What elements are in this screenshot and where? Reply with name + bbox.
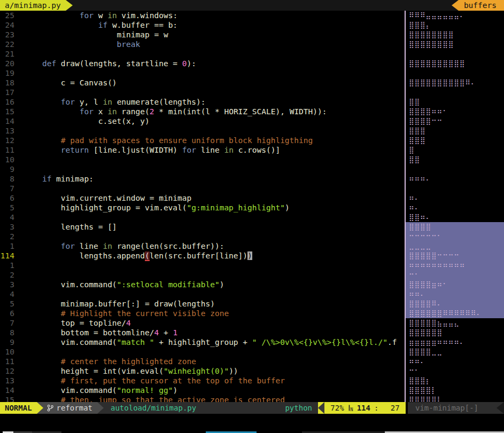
minimap-row[interactable]: ⠒⠒⠒⠒⠒⠂ (406, 232, 504, 241)
code-line[interactable]: 8 if minimap: (0, 174, 405, 184)
minimap-row[interactable]: ⣿⣿⣿⣿⣿⣦⣤⣤⣄ (406, 318, 504, 328)
minimap-row[interactable]: ⠶⠶⠄ (406, 289, 504, 299)
minimap-row[interactable]: ⠒⠂ (406, 366, 504, 376)
buffers-label[interactable]: buffers (459, 0, 504, 11)
code-line[interactable]: 10 (0, 155, 405, 164)
code-line[interactable]: 13 (0, 126, 405, 136)
line-number: 4 (0, 212, 14, 222)
code-line[interactable]: 5 highlight_group = vim.eval("g:minimap_… (0, 203, 405, 212)
minimap-row[interactable]: ⠶⠶⠶⠄ (406, 174, 504, 184)
minimap-row[interactable] (406, 68, 504, 78)
minimap-row[interactable] (406, 184, 504, 193)
code-editor[interactable]: 25 for w in vim.windows:24 if w.buffer =… (0, 11, 405, 402)
code-line[interactable]: 19 (0, 68, 405, 78)
minimap-row[interactable]: ⣿⣿⣿ (406, 126, 504, 136)
code-line[interactable]: 21 (0, 49, 405, 59)
line-number: 22 (0, 40, 14, 49)
minimap-row[interactable]: ⣿ (406, 145, 504, 155)
code-line[interactable]: 20 def draw(lengths, startline = 0): (0, 59, 405, 68)
code-line[interactable]: 23 minimap = w (0, 30, 405, 40)
minimap-row[interactable]: ⠿⠿⠿⣤⣤⣤⣤⣤⣤⠄ (406, 11, 504, 20)
minimap-row[interactable]: ⣿⣿⣿⡆ (406, 376, 504, 385)
minimap-row[interactable]: ⣿⣿⣿⣿⣿⡇ (406, 395, 504, 402)
minimap-row[interactable]: ⣿⣿⣿⣿⣿⣿⣿⣿⣿⣿⠿⠄ (406, 78, 504, 88)
code-line[interactable]: 15 for x in range(2 * min(int(l * HORIZ_… (0, 107, 405, 116)
minimap-row[interactable]: ⣿⣿⣿⣿⡇ (406, 385, 504, 395)
minimap-row[interactable]: ⠒⠂ (406, 270, 504, 280)
code-line[interactable]: 2 (0, 270, 405, 280)
code-line[interactable]: 25 for w in vim.windows: (0, 11, 405, 20)
code-line[interactable]: 11 # center the highlighted zone (0, 357, 405, 366)
minimap-row[interactable]: ⣿⣿⣿⣿ (406, 222, 504, 232)
code-line[interactable]: 10 (0, 347, 405, 357)
minimap-row[interactable]: ⣿⣿⣿ (406, 136, 504, 145)
minimap-panel[interactable]: ⠿⠿⠿⣤⣤⣤⣤⣤⣤⠄⣿⣿⣿⡄⣿⣿⣿⣿⣿⣿⣿⣿⣿⣿⣿⣿⣿⣿⣿⣿⣿⣿⣿⣿⣿⣿⣿⣿⣿⣿… (406, 11, 504, 402)
code-line[interactable]: 12 # pad with spaces to ensure uniform b… (0, 136, 405, 145)
code-line[interactable]: 4 (0, 212, 405, 222)
line-number: 3 (0, 222, 14, 232)
code-line[interactable]: 3 lengths = [] (0, 222, 405, 232)
line-number: 10 (0, 347, 14, 357)
minimap-row[interactable]: ⣿⣿⣿⣿⠶⠶⠂ (406, 107, 504, 116)
code-line[interactable]: 13 # first, put the cursor at the top of… (0, 376, 405, 385)
code-line[interactable]: 11 return [line.ljust(WIDTH) for line in… (0, 145, 405, 155)
minimap-row[interactable]: ⣿⣿⣿⣿⣶⠶⠂ (406, 280, 504, 289)
minimap-row[interactable]: ⣿⣿⠶⠄ (406, 212, 504, 222)
code-line[interactable]: 7 top = topline/4 (0, 318, 405, 328)
minimap-row[interactable] (406, 164, 504, 174)
minimap-row[interactable]: ⣿⣿⣿⣿⣿⣿⣿⣿ (406, 40, 504, 49)
minimap-title: vim-minimap[-] (415, 404, 478, 412)
code-line[interactable]: 1 (0, 261, 405, 270)
code-line[interactable]: 8 bottom = bottomline/4 + 1 (0, 328, 405, 337)
code-line[interactable]: 14 vim.command("normal! gg") (0, 385, 405, 395)
code-text: if minimap: (24, 174, 94, 184)
code-line[interactable]: 9 (0, 164, 405, 174)
minimap-row[interactable]: ⣿⣿⣿⡄ (406, 20, 504, 30)
code-text: # pad with spaces to ensure uniform bloc… (24, 136, 313, 145)
minimap-row[interactable] (406, 88, 504, 97)
code-text: minimap.buffer[:] = draw(lengths) (24, 299, 215, 309)
code-line[interactable]: 5 minimap.buffer[:] = draw(lengths) (0, 299, 405, 309)
code-line[interactable]: 9 vim.command("match " + highlight_group… (0, 337, 405, 347)
minimap-row[interactable]: ⣿⣿⣿⣿⣿⣿⠿⠿⠿⠿⠿⠿⠄ (406, 309, 504, 318)
code-line[interactable]: 4 (0, 289, 405, 299)
code-line[interactable]: 18 c = Canvas() (0, 78, 405, 88)
code-text: lengths.append(len(src.buffer[line])) (24, 251, 252, 261)
code-line[interactable]: 17 (0, 88, 405, 97)
minimap-row[interactable]: ⣿⣿ (406, 155, 504, 164)
minimap-row[interactable] (406, 49, 504, 59)
code-line[interactable]: 1 for line in range(len(src.buffer)): (0, 241, 405, 251)
code-text: vim.command(":setlocal modifiable") (24, 280, 224, 289)
code-line[interactable]: 12 height = int(vim.eval("winheight(0)")… (0, 366, 405, 376)
minimap-row[interactable]: ⣿⣿⣿⣿⣿⣿ (406, 328, 504, 337)
code-line[interactable]: 15 # then, jump so that the active zone … (0, 395, 405, 402)
code-line[interactable]: 114 lengths.append(len(src.buffer[line])… (0, 251, 405, 261)
minimap-row[interactable]: ⠶⠄ (406, 193, 504, 203)
minimap-row[interactable]: ⣿⣿⣿⣿⣿⣿⣿⣿ (406, 30, 504, 40)
command-line[interactable] (0, 414, 504, 431)
code-line[interactable]: 2 (0, 232, 405, 241)
minimap-row[interactable]: ⣀⣀⣀⣀ (406, 241, 504, 251)
code-line[interactable]: 24 if w.buffer == b: (0, 20, 405, 30)
minimap-row[interactable]: ⣿⣿ (406, 97, 504, 107)
minimap-row[interactable]: ⣿⣿⣿⣿⣿⣿⣿⣿⣿⣿ (406, 59, 504, 68)
code-line[interactable]: 6 # Highlight the current visible zone (0, 309, 405, 318)
code-text: return [line.ljust(WIDTH) for line in c.… (24, 145, 280, 155)
code-line[interactable]: 3 vim.command(":setlocal modifiable") (0, 280, 405, 289)
minimap-row[interactable]: ⠶⠶⠄ (406, 357, 504, 366)
code-line[interactable]: 14 c.set(x, y) (0, 116, 405, 126)
minimap-row[interactable]: ⣿⣿⣿⣿⠿⠄ (406, 299, 504, 309)
line-number: 25 (0, 11, 14, 20)
minimap-row[interactable]: ⣿⣿⣿⣿⠒⠒ (406, 116, 504, 126)
tab-minimap-py[interactable]: a/minimap.py (0, 0, 66, 11)
code-line[interactable]: 22 break (0, 40, 405, 49)
code-text: def draw(lengths, startline = 0): (24, 59, 196, 68)
minimap-row[interactable]: ⠶⠄ (406, 203, 504, 212)
code-line[interactable]: 6 vim.current.window = minimap (0, 193, 405, 203)
minimap-row[interactable]: ⣿⣿⣿⣿⣀⣀ (406, 347, 504, 357)
code-line[interactable]: 16 for y, l in enumerate(lengths): (0, 97, 405, 107)
minimap-row[interactable]: ⣶⣶⣶⣶⣶⠶⠶⠶⠶⠄ (406, 337, 504, 347)
minimap-row[interactable]: ⠶⠶⠶⠶⠶⠶⠶⠶⠶⠶ (406, 261, 504, 270)
minimap-row[interactable]: ⣿⣿⣿⣿⣿⠒⠒⠒⠒ (406, 251, 504, 261)
code-line[interactable]: 7 (0, 184, 405, 193)
